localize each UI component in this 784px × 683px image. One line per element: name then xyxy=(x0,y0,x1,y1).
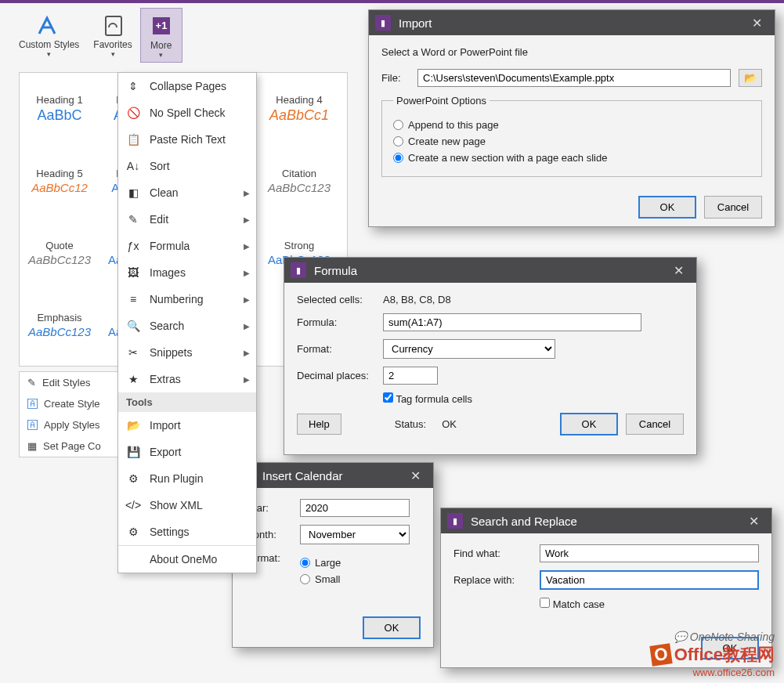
formula-cancel-button[interactable]: Cancel xyxy=(626,414,684,435)
import-icon: 📂 xyxy=(125,417,142,434)
snippets-icon: ✂ xyxy=(125,344,142,361)
import-title: Import xyxy=(399,16,745,30)
close-icon[interactable]: ✕ xyxy=(745,16,768,31)
calendar-dialog: ▮ Insert Calendar ✕ Year: Month: Novembe… xyxy=(232,462,434,648)
calendar-title: Insert Calendar xyxy=(262,469,403,482)
chevron-down-icon: ▾ xyxy=(159,51,163,59)
edit-styles-item[interactable]: ✎ Edit Styles xyxy=(20,372,123,393)
watermark: 💬 OneNote Sharing OOffice教程网 www.office2… xyxy=(651,631,775,678)
more-dropdown: ⇕Collapse Pages🚫No Spell Check📋Paste Ric… xyxy=(117,72,257,573)
menu-plugin[interactable]: ⚙Run Plugin xyxy=(118,465,256,492)
replace-input[interactable] xyxy=(540,570,759,590)
formula-input[interactable] xyxy=(383,313,641,331)
import-titlebar: ▮ Import ✕ xyxy=(369,10,775,35)
style-swatch[interactable]: QuoteAaBbCc123 xyxy=(20,217,99,289)
custom-styles-button[interactable]: Custom Styles ▾ xyxy=(13,8,85,63)
plus-icon: 🄰 xyxy=(27,398,38,410)
menu-paste[interactable]: 📋Paste Rich Text xyxy=(118,126,256,153)
menu-snippets[interactable]: ✂Snippets▶ xyxy=(118,339,256,366)
numbering-icon: ≡ xyxy=(125,291,142,308)
tag-cells-checkbox[interactable]: Tag formula cells xyxy=(383,392,472,405)
sort-icon: A↓ xyxy=(125,157,142,175)
menu-xml[interactable]: </>Show XML xyxy=(118,492,256,519)
favorites-icon xyxy=(99,11,127,39)
create-style-item[interactable]: 🄰 Create Style xyxy=(20,393,123,414)
favorites-button[interactable]: Favorites ▾ xyxy=(87,8,138,63)
menu-formula[interactable]: ƒxFormula▶ xyxy=(118,233,256,259)
opt-newpage[interactable]: Create new page xyxy=(393,136,750,147)
opt-newsection[interactable]: Create a new section with a page each sl… xyxy=(393,152,750,164)
opt-large[interactable]: Large xyxy=(300,557,361,569)
menu-collapse[interactable]: ⇕Collapse Pages xyxy=(118,73,256,99)
help-button[interactable]: Help xyxy=(297,414,341,435)
apply-styles-item[interactable]: 🄰 Apply Styles xyxy=(20,414,123,435)
calendar-ok-button[interactable]: OK xyxy=(363,616,421,639)
style-swatch[interactable]: CitationAaBbCc123 xyxy=(259,145,339,217)
selected-cells-value: A8, B8, C8, D8 xyxy=(383,294,451,305)
chevron-right-icon: ▶ xyxy=(244,295,250,304)
xml-icon: </> xyxy=(125,497,142,514)
status-label: Status: xyxy=(395,418,426,430)
chevron-right-icon: ▶ xyxy=(244,349,250,357)
more-button[interactable]: +1 More ▾ xyxy=(140,8,182,63)
menu-images[interactable]: 🖼Images▶ xyxy=(118,259,256,286)
match-case-checkbox[interactable]: Match case xyxy=(540,598,605,610)
search-title: Search and Replace xyxy=(471,515,742,528)
nospell-icon: 🚫 xyxy=(125,104,142,121)
custom-styles-label: Custom Styles xyxy=(19,39,79,50)
app-badge-icon: ▮ xyxy=(375,15,391,31)
import-cancel-button[interactable]: Cancel xyxy=(704,196,762,219)
menu-export[interactable]: 💾Export xyxy=(118,439,256,465)
style-swatch[interactable]: EmphasisAaBbCc123 xyxy=(20,289,99,361)
menu-extras[interactable]: ★Extras▶ xyxy=(118,366,256,392)
format-label: Format: xyxy=(297,343,375,355)
find-input[interactable] xyxy=(540,544,759,562)
more-icon: +1 xyxy=(147,12,175,40)
close-icon[interactable]: ✕ xyxy=(742,514,765,529)
browse-button[interactable]: 📂 xyxy=(739,69,762,87)
close-icon[interactable]: ✕ xyxy=(667,263,690,278)
images-icon: 🖼 xyxy=(125,264,142,281)
edit-icon: ✎ xyxy=(125,211,142,228)
decimal-input[interactable] xyxy=(383,367,438,385)
tools-header: Tools xyxy=(118,392,256,412)
menu-clean[interactable]: ◧Clean▶ xyxy=(118,179,256,206)
formula-label: Formula: xyxy=(297,316,375,328)
set-page-color-item[interactable]: ▦ Set Page Co xyxy=(20,435,123,457)
opt-append[interactable]: Append to this page xyxy=(393,119,750,131)
menu-search[interactable]: 🔍Search▶ xyxy=(118,313,256,339)
find-label: Find what: xyxy=(453,547,532,559)
year-input[interactable] xyxy=(300,499,410,517)
opt-small[interactable]: Small xyxy=(300,573,361,585)
more-label: More xyxy=(150,40,172,51)
ppt-options: PowerPoint Options Append to this page C… xyxy=(381,95,762,177)
status-value: OK xyxy=(442,418,457,430)
decimal-label: Decimal places: xyxy=(297,370,375,381)
chevron-right-icon: ▶ xyxy=(244,215,250,224)
custom-styles-icon xyxy=(35,11,63,39)
chevron-right-icon: ▶ xyxy=(244,189,250,197)
menu-numbering[interactable]: ≡Numbering▶ xyxy=(118,286,256,313)
month-select[interactable]: November xyxy=(300,525,410,544)
clean-icon: ◧ xyxy=(125,184,142,201)
menu-edit[interactable]: ✎Edit▶ xyxy=(118,206,256,233)
menu-sort[interactable]: A↓Sort xyxy=(118,153,256,179)
menu-about[interactable]: About OneMo xyxy=(118,546,256,573)
formula-ok-button[interactable]: OK xyxy=(560,413,618,435)
file-input[interactable] xyxy=(417,69,731,87)
selected-cells-label: Selected cells: xyxy=(297,294,375,305)
import-ok-button[interactable]: OK xyxy=(638,196,696,219)
replace-label: Replace with: xyxy=(453,574,532,586)
style-swatch[interactable]: Heading 1AaBbC xyxy=(20,73,99,145)
chevron-right-icon: ▶ xyxy=(244,375,250,384)
menu-settings[interactable]: ⚙Settings xyxy=(118,519,256,545)
style-swatch[interactable]: Heading 4AaBbCc1 xyxy=(259,73,339,145)
import-dialog: ▮ Import ✕ Select a Word or PowerPoint f… xyxy=(368,9,775,227)
style-swatch[interactable]: Heading 5AaBbCc12 xyxy=(20,145,99,217)
formula-dialog: ▮ Formula ✕ Selected cells: A8, B8, C8, … xyxy=(284,257,697,455)
menu-nospell[interactable]: 🚫No Spell Check xyxy=(118,99,256,126)
format-select[interactable]: Currency xyxy=(383,339,555,359)
close-icon[interactable]: ✕ xyxy=(403,468,427,483)
menu-import[interactable]: 📂Import xyxy=(118,412,256,439)
app-badge-icon: ▮ xyxy=(447,513,463,529)
